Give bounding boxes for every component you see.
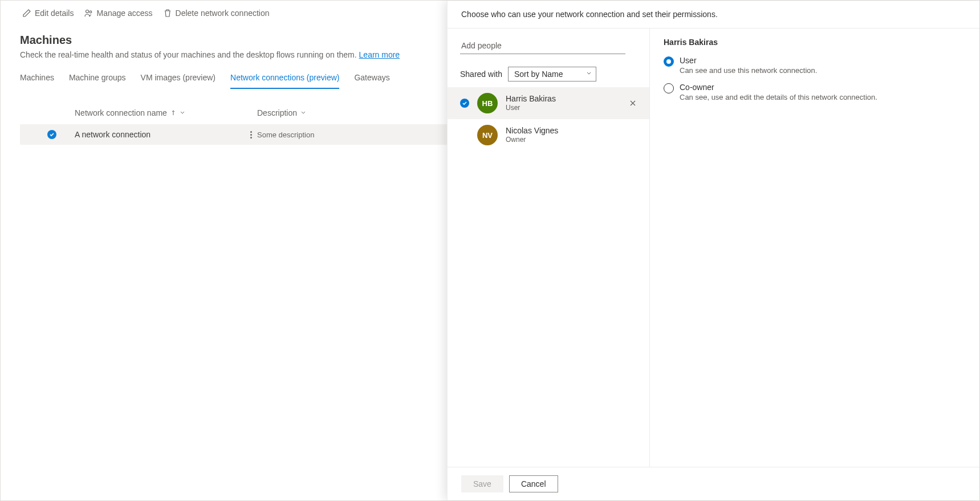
panel-people-column: Shared with Sort by Name HB xyxy=(448,28,650,467)
person-role: User xyxy=(506,104,556,113)
person-role: Owner xyxy=(506,136,558,145)
permission-coowner-desc: Can see, use and edit the details of thi… xyxy=(680,93,877,101)
avatar: HB xyxy=(477,93,498,113)
person-selected-check-icon xyxy=(460,99,469,108)
radio-unselected-icon xyxy=(664,83,674,93)
chevron-down-icon xyxy=(585,70,592,79)
panel-header: Choose who can use your network connecti… xyxy=(448,1,979,28)
person-name: Harris Bakiras xyxy=(506,93,556,104)
shared-with-label: Shared with xyxy=(460,70,502,79)
manage-access-panel: Choose who can use your network connecti… xyxy=(447,1,979,500)
save-button[interactable]: Save xyxy=(461,475,503,492)
permission-user-desc: Can see and use this network connection. xyxy=(680,66,817,75)
radio-selected-icon xyxy=(664,56,674,67)
person-item[interactable]: HB Harris Bakiras User xyxy=(448,87,649,119)
add-people-input[interactable] xyxy=(460,38,625,54)
remove-person-button[interactable] xyxy=(629,99,637,107)
panel-footer: Save Cancel xyxy=(448,467,979,500)
sort-select-value: Sort by Name xyxy=(514,70,563,79)
permission-coowner-option[interactable]: Co-owner Can see, use and edit the detai… xyxy=(664,83,966,101)
avatar: NV xyxy=(477,125,498,145)
sort-select[interactable]: Sort by Name xyxy=(508,67,596,82)
permission-user-option[interactable]: User Can see and use this network connec… xyxy=(664,56,966,75)
permission-coowner-title: Co-owner xyxy=(680,83,877,92)
permissions-person-name: Harris Bakiras xyxy=(664,38,966,47)
person-item[interactable]: NV Nicolas Vignes Owner xyxy=(448,119,649,151)
person-name: Nicolas Vignes xyxy=(506,125,558,136)
cancel-button[interactable]: Cancel xyxy=(509,475,558,492)
permission-user-title: User xyxy=(680,56,817,65)
panel-permissions-column: Harris Bakiras User Can see and use this… xyxy=(650,28,979,467)
people-list: HB Harris Bakiras User NV xyxy=(448,87,649,151)
